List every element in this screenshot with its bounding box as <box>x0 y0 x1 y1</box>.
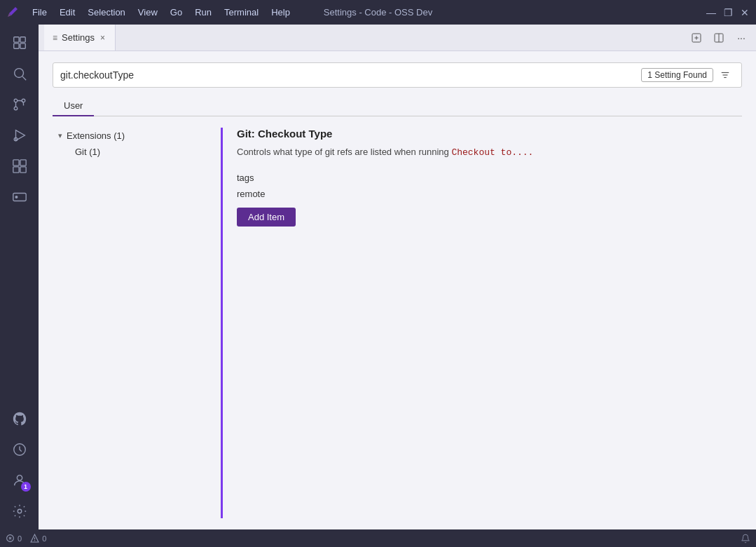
sidebar-item-timeline[interactable] <box>6 435 34 464</box>
svg-point-8 <box>14 107 18 110</box>
menu-file[interactable]: File <box>27 6 53 19</box>
svg-rect-13 <box>13 167 18 173</box>
setting-title-prefix: Git: <box>237 128 258 140</box>
search-filter-button[interactable] <box>716 66 734 84</box>
sidebar-item-account[interactable]: 1 <box>6 466 34 494</box>
settings-tree: ▾ Extensions (1) Git (1) <box>53 128 221 518</box>
svg-rect-11 <box>13 160 18 166</box>
svg-point-30 <box>34 540 35 541</box>
setting-item-remote: remote <box>237 189 265 199</box>
status-warnings[interactable]: 0 <box>30 534 46 543</box>
tree-git[interactable]: Git (1) <box>53 144 215 160</box>
sidebar-item-extensions[interactable] <box>6 152 34 180</box>
search-bar: 1 Setting Found <box>53 62 742 88</box>
menu-help[interactable]: Help <box>266 6 296 19</box>
sidebar-item-source-control[interactable] <box>6 90 34 119</box>
settings-tab-label: Settings <box>62 32 95 43</box>
search-input[interactable] <box>60 69 641 81</box>
setting-item-tags: tags <box>237 173 254 183</box>
svg-rect-12 <box>20 160 25 166</box>
settings-tab-icon: ≡ <box>53 33 57 43</box>
svg-rect-1 <box>20 37 25 42</box>
status-bar: 0 0 <box>0 529 756 547</box>
settings-body: ▾ Extensions (1) Git (1) Git: Checkout T… <box>53 128 742 518</box>
status-warnings-count: 0 <box>42 534 46 543</box>
tree-extensions-label: Extensions (1) <box>67 130 125 141</box>
status-errors-count: 0 <box>18 534 22 543</box>
menu-selection[interactable]: Selection <box>82 6 130 19</box>
chevron-down-icon: ▾ <box>58 131 62 140</box>
tree-extensions[interactable]: ▾ Extensions (1) <box>53 128 215 144</box>
tab-user[interactable]: User <box>53 96 94 116</box>
svg-rect-3 <box>20 43 25 48</box>
sidebar-item-remote[interactable] <box>6 183 34 211</box>
tab-actions: ··· <box>687 29 750 47</box>
setting-desc-text: Controls what type of git refs are liste… <box>237 147 449 157</box>
tab-bar: ≡ Settings × ··· <box>39 25 756 51</box>
menu-run[interactable]: Run <box>189 6 217 19</box>
split-editor-button[interactable] <box>710 29 728 47</box>
svg-rect-0 <box>13 37 18 42</box>
menu-view[interactable]: View <box>132 6 163 19</box>
svg-point-19 <box>18 509 22 513</box>
sidebar-item-github[interactable] <box>6 405 34 433</box>
notifications-bell[interactable] <box>741 534 750 543</box>
setting-title: Git: Checkout Type <box>237 128 742 140</box>
svg-line-5 <box>22 76 26 80</box>
sidebar-item-explorer[interactable] <box>6 29 34 57</box>
svg-point-6 <box>14 99 18 102</box>
list-item: tags <box>237 170 742 186</box>
window-title: Settings - Code - OSS Dev <box>324 7 432 18</box>
settings-tab[interactable]: ≡ Settings × <box>44 25 116 50</box>
tree-git-label: Git (1) <box>75 147 100 157</box>
status-no-problems[interactable]: 0 <box>6 534 22 543</box>
open-settings-json-button[interactable] <box>687 29 706 47</box>
sidebar-item-run[interactable] <box>6 121 34 149</box>
list-item: remote <box>237 186 742 202</box>
sidebar-item-search[interactable] <box>6 60 34 88</box>
minimize-button[interactable]: — <box>706 7 717 18</box>
menu-go[interactable]: Go <box>165 6 188 19</box>
title-bar: File Edit Selection View Go Run Terminal… <box>0 0 756 25</box>
settings-tabs: User <box>53 96 742 116</box>
editor-area: ≡ Settings × ··· <box>39 25 756 529</box>
svg-rect-2 <box>13 43 18 48</box>
activity-bar: 1 <box>0 25 39 529</box>
close-button[interactable]: ✕ <box>739 7 750 18</box>
svg-rect-14 <box>20 167 25 173</box>
svg-point-18 <box>17 475 22 480</box>
maximize-button[interactable]: ❐ <box>722 7 734 18</box>
sidebar-item-gear[interactable] <box>6 497 34 525</box>
menu-edit[interactable]: Edit <box>54 6 81 19</box>
svg-point-4 <box>14 69 23 78</box>
menu-terminal[interactable]: Terminal <box>219 6 264 19</box>
more-actions-button[interactable]: ··· <box>732 29 750 47</box>
setting-desc-code: Checkout to.... <box>451 147 533 158</box>
settings-panel: Git: Checkout Type Controls what type of… <box>221 128 742 518</box>
setting-title-name: Checkout Type <box>258 128 332 140</box>
settings-tab-close[interactable]: × <box>99 32 106 44</box>
app-body: 1 ≡ Settings × <box>0 25 756 529</box>
app-logo <box>6 5 21 20</box>
svg-point-16 <box>15 196 18 198</box>
add-item-button[interactable]: Add Item <box>237 208 296 227</box>
window-controls: — ❐ ✕ <box>706 7 750 18</box>
account-badge: 1 <box>21 482 31 492</box>
setting-description: Controls what type of git refs are liste… <box>237 145 742 160</box>
settings-content: 1 Setting Found User ▾ <box>39 51 756 529</box>
search-results-badge: 1 Setting Found <box>641 68 713 82</box>
